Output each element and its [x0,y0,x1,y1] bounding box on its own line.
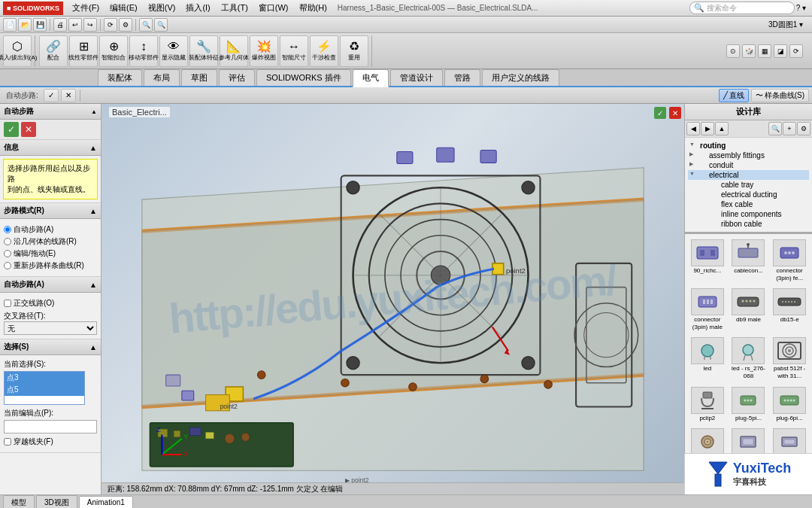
selection-arrow[interactable]: ▲ [89,343,97,351]
mode-reroute-radio[interactable] [4,262,11,269]
part-db9[interactable]: db9 male [729,286,768,333]
view-3d-btn[interactable]: 🎲 [742,44,756,58]
help-btn[interactable]: ? ▾ [796,4,806,12]
part-pclip2[interactable]: pclip2 [688,385,727,424]
part-conn3pinm[interactable]: connector (3pin) male [688,286,727,333]
redo-btn[interactable]: ↪ [83,18,97,32]
tree-cable-tray[interactable]: cable tray [688,180,809,190]
tree-routing[interactable]: routing [688,141,809,151]
tree-elec-ducting[interactable]: electrical ducting [688,190,809,199]
menu-file[interactable]: 文件(F) [68,2,104,14]
reuse-btn[interactable]: ♻ 重用 [340,35,368,67]
tab-layout[interactable]: 布局 [144,69,180,86]
part-90richc[interactable]: 90_richc... [688,237,727,284]
open-btn[interactable]: 📂 [18,18,32,32]
viewport-close-btn[interactable]: ✕ [669,107,681,119]
linear-pattern-btn[interactable]: ⊞ 线性零部件 [69,35,98,67]
mode-auto[interactable]: 自动步路(A) [4,224,97,235]
new-btn[interactable]: 📄 [3,18,17,32]
rebuild-btn[interactable]: ⟳ [104,18,117,32]
rotation-btn[interactable]: ⟳ [789,44,803,58]
selection-item-1[interactable]: 点5 [5,384,84,396]
part-fan[interactable]: pabst 512f - with 31... [770,335,809,382]
selection-list[interactable]: 点3 点5 [4,371,85,405]
menu-view[interactable]: 视图(V) [144,2,180,14]
assembly-features-btn[interactable]: 🔧 装配体特征 [189,35,218,67]
save-btn[interactable]: 💾 [33,18,47,32]
tree-ribbon-cable[interactable]: ribbon cable [688,219,809,229]
part-db15[interactable]: db15-e [770,286,809,333]
viewport-confirm-btn[interactable]: ✓ [654,107,666,119]
explode-btn[interactable]: 💥 爆炸视图 [250,35,278,67]
current-edit-input[interactable] [4,420,97,433]
tree-electrical[interactable]: electrical [688,170,809,180]
part-led2[interactable]: led - rs_276-068 [729,335,768,382]
tab-sw-plugins[interactable]: SOLIDWORKS 插件 [256,69,351,86]
interference-btn[interactable]: ⚡ 干涉检查 [310,35,338,67]
move-btn[interactable]: ↕ 移动零部件 [129,35,158,67]
tab-animation1[interactable]: Animation1 [79,496,133,508]
tree-inline-components[interactable]: inline components [688,209,809,219]
thru-clip-option[interactable]: 穿越线夹(F) [4,437,97,447]
collapse-arrow[interactable]: ▲ [91,108,97,115]
part-plug6[interactable]: plug-6pi... [770,385,809,424]
mode-auto-radio[interactable] [4,226,11,233]
smartmates-btn[interactable]: ⊕ 智能扣合 [99,35,128,67]
tree-conduit[interactable]: conduit [688,160,809,170]
tab-electrical[interactable]: 电气 [353,69,389,87]
display-btn[interactable]: ◪ [774,44,787,58]
rt-check-btn[interactable]: ✓ [44,89,59,102]
insert-component-btn[interactable]: ⬡ 插入/拔出到(A) [3,35,32,67]
zoom-fit-btn[interactable]: ⊙ [726,44,740,58]
tab-routing[interactable]: 用户定义的线路 [482,69,559,86]
dimension-btn[interactable]: ↔ 智能尺寸 [280,35,308,67]
tree-assembly-fittings[interactable]: assembly fittings [688,151,809,160]
rp-add-btn[interactable]: + [783,122,796,135]
show-btn[interactable]: 👁 显示隐藏 [159,35,188,67]
tab-piping[interactable]: 管道设计 [390,69,443,86]
rp-settings-btn[interactable]: ⚙ [797,122,810,135]
selection-item-0[interactable]: 点3 [5,372,84,384]
tab-tubing[interactable]: 管路 [444,69,480,86]
mate-btn[interactable]: 🔗 配合 [39,35,68,67]
orthogonal-option[interactable]: 正交线路(O) [4,298,97,309]
search-box[interactable]: 🔍 搜索命令 [689,2,795,14]
orthogonal-check[interactable] [4,300,11,307]
zoom-in-btn[interactable]: 🔍 [139,18,153,32]
part-plug5[interactable]: plug-5pi... [729,385,768,424]
menu-help[interactable]: 帮助(H) [295,2,332,14]
part-conn3pinf[interactable]: connector (3pin) fe... [770,237,809,284]
tab-model[interactable]: 模型 [3,495,35,509]
tab-assembly[interactable]: 装配体 [98,69,142,86]
mode-reroute[interactable]: 重新步路样条曲线(R) [4,260,97,271]
options-btn[interactable]: ⚙ [119,18,132,32]
undo-btn[interactable]: ↩ [68,18,82,32]
tab-3dview[interactable]: 3D视图 [36,495,77,509]
line-tool-btn[interactable]: ╱ 直线 [719,89,749,102]
zoom-out-btn[interactable]: 🔍 [154,18,168,32]
mode-geo[interactable]: 沿几何体的线路(R) [4,236,97,247]
rp-forward-btn[interactable]: ▶ [701,122,714,135]
cross-path-select[interactable]: 无 [4,321,97,335]
menu-insert[interactable]: 插入(I) [181,2,214,14]
part-led[interactable]: led [688,335,727,382]
print-btn[interactable]: 🖨 [53,18,67,32]
cancel-btn[interactable]: ✕ [21,122,36,137]
spline-tool-btn[interactable]: 〜 样条曲线(S) [751,89,809,102]
mode-edit-radio[interactable] [4,250,11,257]
viewport[interactable]: Basic_Electri... http://edu.yuxitech.com… [102,104,684,494]
step-mode-arrow[interactable]: ▲ [89,207,97,215]
reference-btn[interactable]: 📐 参考几何体 [220,35,248,67]
rt-cancel-btn[interactable]: ✕ [61,89,76,102]
menu-edit[interactable]: 编辑(E) [105,2,142,14]
mode-geo-radio[interactable] [4,238,11,245]
rp-back-btn[interactable]: ◀ [686,122,700,135]
menu-tools[interactable]: 工具(T) [217,2,253,14]
tab-sketch[interactable]: 草图 [181,69,217,86]
tree-flex-cable[interactable]: flex cable [688,199,809,209]
tab-evaluate[interactable]: 评估 [219,69,255,86]
part-cablecon[interactable]: cablecon... [729,237,768,284]
confirm-btn[interactable]: ✓ [4,122,19,137]
rp-search-btn[interactable]: 🔍 [768,122,782,135]
rp-up-btn[interactable]: ▲ [715,122,729,135]
